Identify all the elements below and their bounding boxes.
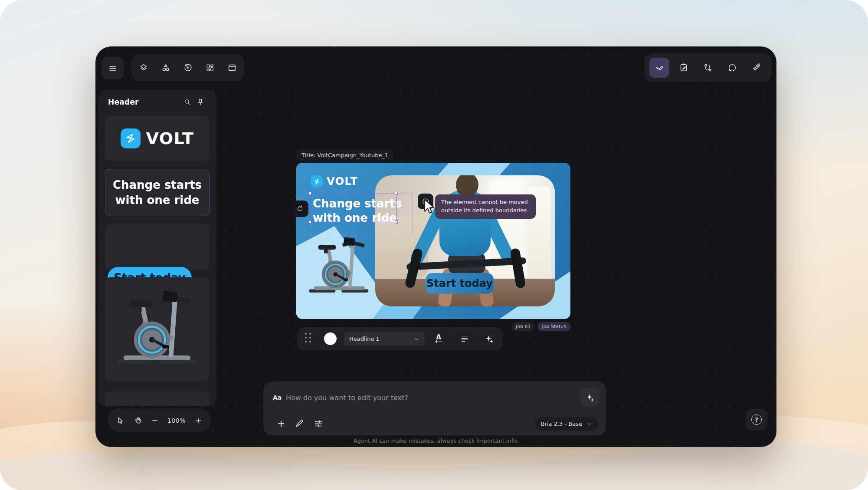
- pointer-cursor: [422, 198, 437, 215]
- notes-button[interactable]: [674, 58, 694, 78]
- boundary-tooltip: The element cannot be moved outside its …: [435, 194, 536, 219]
- tune-icon: [314, 419, 323, 428]
- sketch-edit-icon: [655, 63, 664, 72]
- search-button[interactable]: [181, 95, 194, 109]
- chevron-down-icon: [413, 336, 419, 342]
- menu-button[interactable]: [102, 57, 124, 79]
- letter-spacing-button[interactable]: A: [432, 333, 445, 345]
- frame-button[interactable]: [222, 58, 242, 78]
- letter-spacing-icon: A: [436, 334, 441, 340]
- notes-icon: [679, 63, 688, 72]
- rocket-icon: [752, 63, 761, 72]
- pin-icon: [197, 98, 204, 106]
- menu-icon: [108, 63, 118, 73]
- templates-button[interactable]: [200, 58, 220, 78]
- canvas-bike-image[interactable]: [307, 227, 373, 306]
- layer-card-cta[interactable]: Start today: [105, 224, 210, 270]
- letter-spacing-slider: [435, 342, 442, 344]
- workflow-icon: [703, 63, 713, 72]
- headline-line1: Change starts: [113, 178, 202, 193]
- ai-sparkles-button[interactable]: [483, 333, 495, 345]
- zoom-out-button[interactable]: −: [151, 416, 158, 425]
- right-toolbar: [644, 53, 772, 82]
- brand-word: VOLT: [327, 175, 358, 187]
- frame-icon: [227, 63, 237, 72]
- cursor-icon: [117, 417, 124, 424]
- bike-image: [114, 288, 201, 371]
- text-style-toolbar: Headline 1 A: [297, 327, 503, 350]
- zoom-in-button[interactable]: +: [195, 416, 201, 425]
- selection-handle[interactable]: [395, 220, 398, 224]
- chat-input[interactable]: [286, 391, 546, 404]
- canvas-brand-logo[interactable]: VOLT: [311, 175, 358, 187]
- selection-handle[interactable]: [308, 192, 311, 195]
- hand-tool-button[interactable]: [134, 416, 142, 424]
- panel-title: Header: [108, 98, 139, 106]
- disclaimer-text: Agent AI can make mistakes, always check…: [96, 437, 776, 444]
- pin-button[interactable]: [194, 95, 207, 109]
- layers-icon: [139, 63, 148, 72]
- layers-panel-header: Header: [98, 90, 216, 114]
- brand-logo-icon: [121, 128, 141, 148]
- layer-card-headline[interactable]: Change starts with one ride: [105, 169, 210, 216]
- layer-card-partial[interactable]: [105, 391, 210, 406]
- desktop-wallpaper: Header VOLT: [0, 0, 868, 490]
- brand-logo-icon: [311, 175, 323, 187]
- pen-tool-button[interactable]: [293, 417, 306, 430]
- sparkles-icon: [484, 334, 494, 344]
- layer-card-logo[interactable]: VOLT: [105, 115, 210, 161]
- chat-sparkles-button[interactable]: [581, 388, 599, 407]
- zoom-level: 100%: [167, 417, 186, 424]
- align-button[interactable]: [459, 333, 471, 345]
- align-icon: [460, 335, 469, 343]
- app-window: Header VOLT: [95, 46, 776, 447]
- model-dropdown[interactable]: Bria 2.3 - Base: [535, 417, 598, 431]
- chat-panel: Aa + Bria 2.3 - Base: [263, 381, 606, 435]
- shapes-button[interactable]: [156, 58, 176, 78]
- select-tool-button[interactable]: [117, 417, 124, 424]
- zoom-toolbar: − 100% +: [108, 408, 211, 432]
- tooltip-line1: The element cannot be moved: [441, 198, 530, 207]
- sketch-edit-button[interactable]: [649, 58, 669, 78]
- rotate-icon: [296, 205, 304, 213]
- selection-handle[interactable]: [395, 192, 398, 195]
- help-button[interactable]: ?: [746, 409, 767, 431]
- design-canvas[interactable]: Start today VOLT Change starts with one …: [296, 163, 570, 319]
- chat-bubble-icon: [727, 63, 737, 72]
- pen-icon: [295, 419, 304, 428]
- layer-card-bike-image[interactable]: [105, 277, 210, 381]
- rocket-button[interactable]: [747, 58, 766, 78]
- shapes-icon: [161, 63, 170, 72]
- color-swatch[interactable]: [324, 332, 337, 345]
- aa-icon: Aa: [273, 394, 282, 401]
- history-icon: [183, 63, 193, 72]
- chevron-down-icon: [586, 421, 592, 427]
- layers-panel: Header VOLT: [98, 90, 216, 406]
- model-value: Bria 2.3 - Base: [541, 421, 582, 427]
- layers-button[interactable]: [134, 58, 154, 78]
- tooltip-line2: outside its defined boundaries: [441, 207, 530, 215]
- sparkles-icon: [585, 393, 595, 402]
- workflow-button[interactable]: [698, 58, 718, 78]
- chat-button[interactable]: [722, 58, 742, 78]
- add-button[interactable]: +: [275, 417, 288, 430]
- help-icon: ?: [751, 414, 762, 425]
- search-icon: [183, 98, 191, 106]
- canvas-cta-button[interactable]: Start today: [426, 273, 494, 294]
- history-button[interactable]: [178, 58, 198, 78]
- templates-icon: [205, 63, 215, 72]
- headline-line2: with one ride: [115, 193, 200, 208]
- text-style-value: Headline 1: [349, 335, 413, 342]
- rotate-handle-button[interactable]: [292, 201, 308, 217]
- canvas-title-badge: Title: VoltCampaign_Youtube_1: [296, 149, 393, 161]
- brand-word: VOLT: [146, 129, 194, 148]
- hand-icon: [134, 416, 142, 424]
- job-id-badge[interactable]: Job ID: [511, 322, 534, 331]
- left-toolbar: [131, 54, 244, 81]
- settings-tune-button[interactable]: [312, 417, 325, 430]
- selection-box: [310, 194, 396, 222]
- selection-handle[interactable]: [308, 220, 311, 224]
- job-status-badge[interactable]: Job Status: [537, 322, 570, 331]
- drag-handle[interactable]: [305, 333, 313, 345]
- text-style-dropdown[interactable]: Headline 1: [344, 332, 425, 345]
